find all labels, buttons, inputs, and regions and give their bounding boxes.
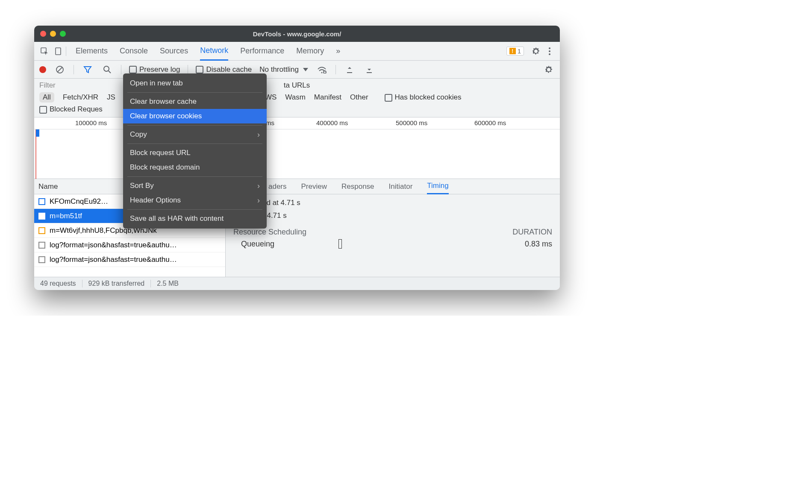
filter-type-wasm[interactable]: Wasm — [285, 93, 306, 102]
ctx-block-domain[interactable]: Block request domain — [123, 160, 267, 175]
throttling-value: No throttling — [259, 65, 299, 74]
clear-log-icon[interactable] — [54, 64, 66, 76]
tab-initiator[interactable]: Initiator — [389, 182, 413, 191]
separator — [127, 125, 262, 126]
status-requests: 49 requests — [34, 280, 82, 287]
load-marker — [35, 129, 36, 179]
svg-point-2 — [549, 47, 550, 49]
timeline-tick: 400000 ms — [316, 119, 348, 126]
filter-type-other[interactable]: Other — [350, 93, 368, 102]
request-row[interactable]: log?format=json&hasfast=true&authu… — [34, 238, 225, 252]
kebab-menu-icon[interactable] — [544, 45, 556, 57]
tab-headers-partial[interactable]: aders — [268, 182, 287, 191]
ctx-copy[interactable]: Copy› — [123, 127, 267, 142]
panel-tabs-row: Elements Console Sources Network Perform… — [34, 42, 560, 61]
ctx-header-options[interactable]: Header Options› — [123, 193, 267, 208]
chevron-right-icon: › — [257, 196, 260, 205]
tab-elements[interactable]: Elements — [76, 42, 108, 60]
status-bar: 49 requests 929 kB transferred 2.5 MB — [34, 277, 560, 290]
tab-sources[interactable]: Sources — [160, 42, 188, 60]
svg-line-8 — [109, 71, 111, 73]
device-toggle-icon[interactable] — [52, 45, 64, 57]
inspect-element-icon[interactable] — [38, 45, 50, 57]
queueing-label: Queueing — [241, 240, 274, 249]
timeline-tick: 500000 ms — [396, 119, 427, 126]
network-settings-icon[interactable] — [543, 64, 555, 76]
preserve-log-label: Preserve log — [139, 65, 180, 73]
ctx-save-har[interactable]: Save all as HAR with content — [123, 211, 267, 226]
filters-section: Filter ta URLs All Fetch/XHR JS WS Wasm … — [34, 79, 560, 117]
issues-count: 1 — [518, 47, 521, 55]
filter-type-fetch-xhr[interactable]: Fetch/XHR — [63, 93, 98, 102]
import-har-icon[interactable] — [344, 64, 356, 76]
separator — [127, 209, 262, 210]
timing-body: ed at 4.71 s Started at 4.71 s Resource … — [226, 194, 560, 277]
svg-point-3 — [549, 50, 550, 52]
separator — [121, 65, 121, 74]
tab-preview[interactable]: Preview — [301, 182, 327, 191]
svg-point-4 — [549, 53, 550, 55]
ctx-clear-cache[interactable]: Clear browser cache — [123, 94, 267, 109]
blocked-cookies-checkbox[interactable]: Has blocked cookies — [385, 93, 462, 102]
network-overview[interactable]: 100000 ms ms 400000 ms 500000 ms 600000 … — [34, 117, 560, 179]
filter-toggle-icon[interactable] — [82, 64, 94, 76]
record-button[interactable] — [39, 66, 46, 73]
issues-badge[interactable]: ! 1 — [506, 47, 524, 56]
settings-icon[interactable] — [530, 45, 542, 57]
file-icon — [38, 256, 45, 263]
separator — [127, 144, 262, 144]
separator — [74, 65, 74, 74]
network-toolbar: Preserve log Disable cache No throttling — [34, 61, 560, 79]
svg-point-10 — [324, 71, 326, 73]
ctx-open-new-tab[interactable]: Open in new tab — [123, 76, 267, 91]
preserve-log-checkbox[interactable]: Preserve log — [129, 65, 180, 74]
panel-tabs: Elements Console Sources Network Perform… — [76, 42, 505, 61]
tab-response[interactable]: Response — [341, 182, 374, 191]
ctx-block-url[interactable]: Block request URL — [123, 146, 267, 160]
filter-type-all[interactable]: All — [39, 92, 54, 103]
request-name: KFOmCnqEu92… — [50, 197, 108, 206]
request-details: aders Preview Response Initiator Timing … — [226, 179, 560, 277]
devtools-window: DevTools - www.google.com/ Elements Cons… — [34, 26, 560, 290]
titlebar: DevTools - www.google.com/ — [34, 26, 560, 42]
export-har-icon[interactable] — [363, 64, 375, 76]
column-name: Name — [38, 182, 58, 191]
resource-scheduling-label: Resource Scheduling — [233, 228, 306, 237]
ctx-clear-cookies[interactable]: Clear browser cookies — [123, 109, 267, 123]
timeline-lanes — [34, 129, 560, 179]
tab-timing[interactable]: Timing — [427, 179, 448, 194]
network-conditions-icon[interactable] — [316, 64, 328, 76]
queueing-duration: 0.83 ms — [525, 240, 552, 249]
chevron-right-icon: › — [257, 182, 260, 190]
separator — [335, 65, 336, 74]
duration-label: DURATION — [512, 228, 552, 237]
tabs-more-icon[interactable]: » — [336, 42, 340, 60]
request-row[interactable]: log?format=json&hasfast=true&authu… — [34, 252, 225, 267]
tab-memory[interactable]: Memory — [296, 42, 324, 60]
svg-line-6 — [57, 67, 62, 72]
timeline-ruler: 100000 ms ms 400000 ms 500000 ms 600000 … — [34, 117, 560, 129]
blocked-requests-checkbox[interactable]: Blocked Reques — [39, 105, 103, 114]
filter-type-manifest[interactable]: Manifest — [314, 93, 341, 102]
detail-tabs: aders Preview Response Initiator Timing — [226, 179, 560, 194]
request-bar — [36, 129, 39, 137]
window-title: DevTools - www.google.com/ — [34, 30, 560, 38]
filter-type-js[interactable]: JS — [107, 93, 115, 102]
throttling-dropdown[interactable]: No throttling — [259, 65, 308, 74]
disable-cache-checkbox[interactable]: Disable cache — [196, 65, 252, 74]
context-menu: Open in new tab Clear browser cache Clea… — [123, 73, 267, 229]
tab-console[interactable]: Console — [120, 42, 148, 60]
file-icon — [38, 242, 45, 249]
tab-network[interactable]: Network — [200, 42, 228, 61]
status-transferred: 929 kB transferred — [82, 280, 151, 287]
timeline-tick: 600000 ms — [474, 119, 506, 126]
filter-input[interactable]: Filter — [39, 81, 56, 90]
tab-performance[interactable]: Performance — [240, 42, 284, 60]
queued-at-partial: ed at 4.71 s — [262, 199, 552, 207]
hide-data-urls-label-partial: ta URLs — [284, 81, 310, 90]
ctx-sort-by[interactable]: Sort By› — [123, 179, 267, 193]
search-icon[interactable] — [101, 64, 113, 76]
started-at: Started at 4.71 s — [233, 211, 552, 220]
chevron-right-icon: › — [257, 130, 260, 139]
split-pane: Name KFOmCnqEu92… m=bm51tf m=Wt6vjf,hhhU… — [34, 179, 560, 277]
